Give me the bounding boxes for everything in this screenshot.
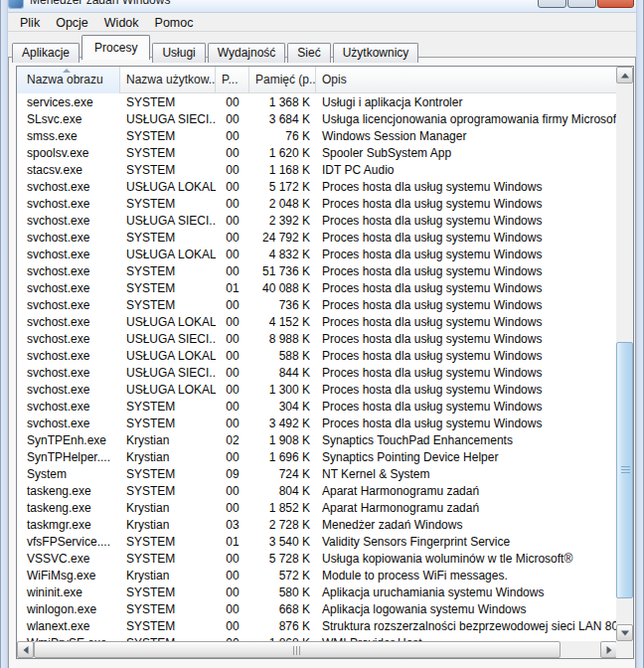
process-row[interactable]: svchost.exeUSŁUGA LOKALNA001 300 KProces… [17, 382, 616, 399]
process-row[interactable]: VSSVC.exeSYSTEM005 728 KUsługa kopiowani… [17, 551, 616, 568]
cell-cpu: 00 [216, 500, 249, 517]
cell-memory: 8 988 K [249, 331, 316, 348]
cell-description: Usługi i aplikacja Kontroler [316, 94, 616, 111]
process-row[interactable]: svchost.exeUSŁUGA LOKALNA004 152 KProces… [17, 314, 616, 331]
cell-image-name: svchost.exe [17, 416, 120, 432]
cell-description: Proces hosta dla usług systemu Windows [316, 314, 616, 331]
table-body: services.exeSYSTEM001 368 KUsługi i apli… [17, 94, 616, 643]
process-row[interactable]: svchost.exeSYSTEM002 048 KProces hosta d… [17, 196, 616, 213]
process-row[interactable]: svchost.exeUSŁUGA LOKALNA005 172 KProces… [17, 179, 616, 196]
process-row[interactable]: services.exeSYSTEM001 368 KUsługi i apli… [17, 94, 616, 111]
process-row[interactable]: SynTPHelper....Krystian001 696 KSynaptic… [17, 449, 616, 466]
cell-cpu: 01 [216, 280, 249, 297]
cell-memory: 5 172 K [249, 179, 316, 196]
cell-memory: 2 392 K [249, 213, 316, 230]
scroll-left-button[interactable] [17, 641, 34, 658]
cell-image-name: System [17, 466, 120, 483]
cell-user-name: Krystian [120, 432, 216, 449]
tab-aplikacje[interactable]: Aplikacje [12, 43, 80, 63]
process-row[interactable]: svchost.exeSYSTEM00304 KProces hosta dla… [17, 399, 616, 416]
cell-user-name: SYSTEM [120, 280, 216, 297]
scroll-down-button[interactable] [616, 624, 633, 641]
vertical-scrollbar-thumb[interactable] [616, 342, 633, 598]
cell-description: Proces hosta dla usług systemu Windows [316, 196, 616, 213]
process-row[interactable]: WiFiMsg.exeKrystian00572 KModule to proc… [17, 568, 616, 584]
menu-item-pomoc[interactable]: Pomoc [147, 14, 202, 32]
cell-memory: 580 K [249, 584, 316, 601]
horizontal-scrollbar-thumb[interactable] [34, 641, 561, 658]
process-row[interactable]: svchost.exeUSŁUGA SIECI...002 392 KProce… [17, 213, 616, 230]
table-header: Nazwa obrazuNazwa użytkow...P...Pamięć (… [17, 67, 616, 93]
sort-ascending-icon [63, 69, 71, 73]
cell-user-name: SYSTEM [120, 601, 216, 618]
tab-wydajno[interactable]: Wydajność [208, 43, 286, 63]
tab-sie[interactable]: Sieć [287, 43, 330, 63]
menu-item-widok[interactable]: Widok [96, 14, 147, 32]
cell-cpu: 00 [216, 162, 249, 179]
process-row[interactable]: svchost.exeUSŁUGA LOKALNA004 832 KProces… [17, 247, 616, 263]
process-row[interactable]: spoolsv.exeSYSTEM001 620 KSpooler SubSys… [17, 145, 616, 162]
process-row[interactable]: vfsFPService....SYSTEM013 540 KValidity … [17, 534, 616, 551]
horizontal-scrollbar[interactable] [17, 641, 617, 658]
vertical-scrollbar[interactable] [616, 67, 633, 641]
close-button[interactable] [597, 0, 634, 8]
process-row[interactable]: svchost.exeUSŁUGA LOKALNA00588 KProces h… [17, 348, 616, 365]
column-header-cpu[interactable]: P... [216, 67, 249, 93]
minimize-button[interactable] [538, 0, 566, 8]
process-row[interactable]: svchost.exeSYSTEM0140 088 KProces hosta … [17, 280, 616, 297]
cell-memory: 804 K [249, 483, 316, 500]
cell-description: Proces hosta dla usług systemu Windows [316, 247, 616, 263]
process-row[interactable]: SLsvc.exeUSŁUGA SIECI...003 684 KUsługa … [17, 111, 616, 128]
cell-user-name: SYSTEM [120, 618, 216, 635]
window-title: Menedżer zadań Windows [30, 0, 170, 7]
process-row[interactable]: taskeng.exeSYSTEM00804 KAparat Harmonogr… [17, 483, 616, 500]
column-header-user-name[interactable]: Nazwa użytkow... [120, 67, 216, 93]
process-row[interactable]: svchost.exeSYSTEM0024 792 KProces hosta … [17, 230, 616, 247]
cell-image-name: VSSVC.exe [17, 551, 120, 568]
cell-image-name: svchost.exe [17, 263, 120, 280]
tab-procesy[interactable]: Procesy [81, 35, 150, 60]
process-row[interactable]: wininit.exeSYSTEM00580 KAplikacja urucha… [17, 584, 616, 601]
maximize-button[interactable] [567, 0, 596, 8]
process-row[interactable]: svchost.exeSYSTEM0051 736 KProces hosta … [17, 263, 616, 280]
process-row[interactable]: svchost.exeSYSTEM00736 KProces hosta dla… [17, 297, 616, 314]
cell-cpu: 02 [216, 432, 249, 449]
column-header-memory[interactable]: Pamięć (p... [249, 67, 316, 93]
process-row[interactable]: stacsv.exeSYSTEM001 168 KIDT PC Audio [17, 162, 616, 179]
menu-item-plik[interactable]: Plik [12, 14, 48, 32]
column-header-description[interactable]: Opis [316, 67, 616, 93]
process-row[interactable]: SynTPEnh.exeKrystian021 908 KSynaptics T… [17, 432, 616, 449]
cell-user-name: SYSTEM [120, 162, 216, 179]
tab-u-ytkownicy[interactable]: Użytkownicy [333, 43, 419, 63]
column-header-image-name[interactable]: Nazwa obrazu [17, 67, 120, 93]
menu-item-opcje[interactable]: Opcje [48, 14, 96, 32]
process-row[interactable]: winlogon.exeSYSTEM00668 KAplikacja logow… [17, 601, 616, 618]
cell-cpu: 00 [216, 601, 249, 618]
titlebar: Menedżer zadań Windows [0, 0, 644, 13]
process-row[interactable]: taskmgr.exeKrystian032 728 KMenedżer zad… [17, 517, 616, 534]
cell-user-name: SYSTEM [120, 466, 216, 483]
process-row[interactable]: svchost.exeSYSTEM003 492 KProces hosta d… [17, 416, 616, 432]
cell-cpu: 00 [216, 365, 249, 382]
process-row[interactable]: taskeng.exeKrystian001 852 KAparat Harmo… [17, 500, 616, 517]
process-row[interactable]: svchost.exeUSŁUGA SIECI...00844 KProces … [17, 365, 616, 382]
app-icon [9, 0, 23, 8]
cell-memory: 1 908 K [249, 432, 316, 449]
process-row[interactable]: svchost.exeUSŁUGA SIECI...008 988 KProce… [17, 331, 616, 348]
menu-bar: PlikOpcjeWidokPomoc [8, 14, 636, 32]
scroll-up-button[interactable] [616, 67, 633, 84]
cell-user-name: SYSTEM [120, 483, 216, 500]
cell-user-name: SYSTEM [120, 297, 216, 314]
process-row[interactable]: smss.exeSYSTEM0076 KWindows Session Mana… [17, 128, 616, 145]
cell-description: NT Kernel & System [316, 466, 616, 483]
scroll-right-button[interactable] [600, 641, 617, 658]
cell-cpu: 00 [216, 247, 249, 263]
cell-image-name: svchost.exe [17, 314, 120, 331]
cell-image-name: SynTPEnh.exe [17, 432, 120, 449]
process-row[interactable]: SystemSYSTEM09724 KNT Kernel & System [17, 466, 616, 483]
tab-us-ugi[interactable]: Usługi [152, 43, 205, 63]
process-row[interactable]: wlanext.exeSYSTEM00876 KStruktura rozsze… [17, 618, 616, 635]
cell-memory: 1 852 K [249, 500, 316, 517]
cell-description: Usługa kopiowania woluminów w tle Micros… [316, 551, 616, 568]
task-manager-window: Menedżer zadań Windows PlikOpcjeWidokPom… [0, 0, 644, 668]
